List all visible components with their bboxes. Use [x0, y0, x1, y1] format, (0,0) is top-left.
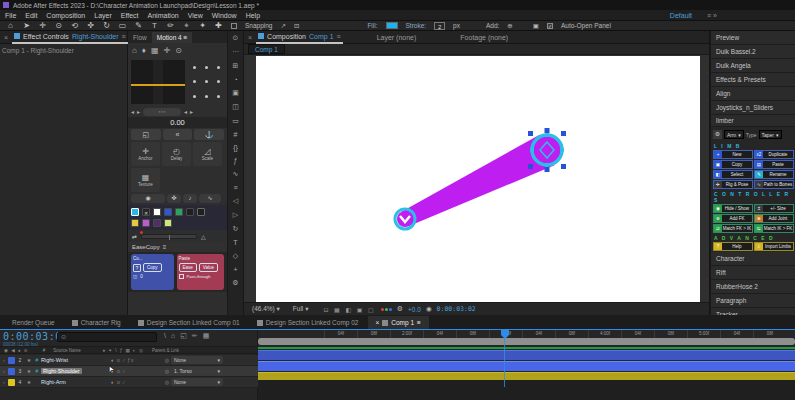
limb-select[interactable]: Arm▾ — [724, 130, 744, 139]
anchor-icon[interactable]: ♦ — [142, 46, 146, 55]
menu-item[interactable]: Layer — [94, 12, 112, 19]
layer-row-right-shoulder[interactable]: › 3 ★ # Right-Shoulder ➤ ♦ ⊙ ∕ ◎ 1. Tors… — [0, 366, 258, 377]
color-swatch[interactable] — [131, 208, 139, 216]
gear-icon[interactable]: ⚙ — [397, 305, 403, 313]
next-icon[interactable]: ▸ — [137, 108, 140, 115]
close-icon[interactable]: × — [4, 34, 8, 41]
viewer-tab-comp1[interactable]: Comp 1 — [248, 44, 285, 54]
layer-bar-right-arm[interactable] — [258, 372, 795, 380]
dock-panel-header[interactable]: Duik Bassel.2 — [711, 45, 795, 59]
strip-tool-icon[interactable]: + — [233, 266, 237, 273]
motionblur-icon[interactable]: ▦ — [203, 332, 210, 340]
layer-switches[interactable]: ♦ ⊙ ∕ ƒx — [111, 358, 163, 363]
limber-button[interactable]: ± +/- Size — [754, 204, 794, 213]
tab-render-queue[interactable]: Render Queue — [4, 316, 63, 329]
dock-panel-header[interactable]: RubberHose 2 — [711, 280, 795, 294]
dock-panel-header[interactable]: Paragraph — [711, 294, 795, 308]
brush-tool-icon[interactable]: ✏ — [166, 21, 175, 31]
selection-tool-icon[interactable]: ➤ — [22, 21, 31, 31]
curve-toggle-icon[interactable]: ∿ — [199, 194, 221, 203]
menu-item[interactable]: Composition — [46, 12, 85, 19]
dock-panel-header[interactable]: Joysticks_n_Sliders — [711, 101, 795, 115]
copy-options-box[interactable]: ? — [133, 264, 141, 272]
triangle-icon[interactable]: △ — [201, 233, 206, 240]
workspace-overflow-icon[interactable]: ≡ » — [707, 12, 717, 19]
shy-icon[interactable]: ◱ — [180, 332, 187, 340]
color-swatch[interactable]: ✕ — [142, 208, 150, 216]
strip-tool-icon[interactable]: ◔ — [233, 76, 237, 83]
pan-tool-icon[interactable]: ✜ — [86, 21, 95, 31]
copy-button[interactable]: Copy — [143, 263, 162, 272]
pin-icon[interactable]: ✛ — [164, 46, 171, 55]
motion-tool-button[interactable]: ✛ Anchor — [131, 142, 160, 166]
limber-button[interactable]: ▤ Paste — [754, 160, 794, 169]
dock-panel-header[interactable]: Duik Angela — [711, 59, 795, 73]
texture-button[interactable]: ▦ Texture — [131, 168, 160, 192]
work-area-bar[interactable] — [258, 347, 795, 349]
strip-tool-icon[interactable]: ◁ — [233, 197, 238, 205]
time-ruler[interactable]: 04f08f2:00f04f08f3:00f04f08f4:00f04f08f5… — [258, 330, 795, 338]
blend-icon[interactable]: ✏ — [192, 332, 198, 340]
grid-button-icon[interactable]: ▣ — [533, 22, 539, 30]
color-swatch[interactable] — [175, 208, 183, 216]
add-target-icon[interactable]: ⊕ — [507, 22, 512, 30]
layer-row-right-wrist[interactable]: › 2 ★ # Right-Wrist ♦ ⊙ ∕ ƒx ◎ None▾ — [0, 355, 258, 366]
dock-panel-header[interactable]: Align — [711, 87, 795, 101]
exposure-value[interactable]: +0.0 — [408, 306, 421, 313]
layer-bar-right-wrist[interactable] — [258, 350, 795, 360]
tab-character-rig[interactable]: Character Rig — [64, 316, 129, 329]
strip-tool-icon[interactable]: ▣ — [232, 89, 239, 97]
limber-button[interactable]: ∿ Path to Bones — [754, 180, 794, 189]
align-button[interactable]: ◱ — [131, 129, 161, 140]
menu-item[interactable]: Effect — [121, 12, 139, 19]
layer-switches[interactable]: ♦ ⊙ ∕ — [111, 369, 163, 374]
paste-value-button[interactable]: Value — [199, 263, 218, 272]
layer-switches[interactable]: ♦ ⊙ ∕ — [111, 380, 163, 385]
limber-button[interactable]: ▣ Copy — [713, 160, 753, 169]
color-swatch[interactable] — [142, 219, 150, 227]
trash-icon[interactable]: ◫ — [133, 274, 137, 279]
auto-open-checkbox[interactable]: ✓ — [547, 23, 553, 29]
limber-settings-icon[interactable]: ⚙ — [713, 130, 722, 139]
channel-icon[interactable] — [381, 308, 392, 311]
menu-item[interactable]: Window — [212, 12, 237, 19]
strip-tool-icon[interactable]: ◫ — [232, 103, 239, 111]
eye-toggle-icon[interactable]: ◉ — [131, 194, 165, 203]
strip-tool-icon[interactable]: ◇ — [233, 252, 238, 260]
grid-icon[interactable]: ▦ — [151, 46, 159, 55]
panel-menu-icon[interactable]: ≡ — [122, 33, 126, 40]
flowchart-icon[interactable]: \ — [164, 332, 166, 340]
motion-curve-editor[interactable] — [131, 60, 185, 104]
draft3d-icon[interactable]: ⌂ — [171, 332, 175, 340]
camera-icon[interactable]: ◉ — [426, 305, 432, 313]
shape-tool-icon[interactable]: ⌂ — [132, 46, 137, 55]
guide-icon[interactable]: ★ — [25, 368, 33, 374]
motion-tool-button[interactable]: ◿ Scale — [193, 142, 222, 166]
limber-button[interactable]: ⇄ Match FK > IK — [713, 224, 753, 233]
dock-panel-header[interactable]: Character — [711, 252, 795, 266]
close-icon[interactable]: × — [376, 319, 380, 326]
layer-color-chip[interactable] — [8, 357, 15, 364]
color-swatch[interactable] — [131, 219, 139, 227]
strip-tool-icon[interactable]: ⚙ — [232, 279, 238, 287]
menu-item[interactable]: Edit — [25, 12, 37, 19]
timeline-search-input[interactable]: ⊙ — [57, 332, 157, 342]
mode-pill[interactable]: ▫ ▫ ▫ — [143, 108, 181, 116]
menu-item[interactable]: Animation — [148, 12, 179, 19]
home-icon[interactable]: ⌂ — [6, 21, 15, 31]
snapping-checkbox[interactable] — [231, 23, 237, 29]
tab-comp1-active[interactable]: × Comp 1 ≡ — [368, 316, 429, 329]
strip-tool-icon[interactable]: ↻ — [233, 225, 239, 233]
prev-icon[interactable]: ◂ — [131, 108, 134, 115]
view-option-icons[interactable]: ⊡ ▦ ◧ ▣ ▢ — [323, 306, 375, 313]
orbit-tool-icon[interactable]: ⟲ — [70, 21, 79, 31]
strip-tool-icon[interactable]: {} — [233, 144, 238, 151]
limber-button[interactable]: ⊗ Add Joint — [754, 214, 794, 223]
clone-tool-icon[interactable]: ⌖ — [182, 21, 191, 31]
tab-composition[interactable]: Composition Comp 1 ≡ — [256, 31, 343, 44]
prev2-icon[interactable]: ◂ — [184, 108, 187, 115]
strip-tool-icon[interactable]: T — [233, 239, 237, 246]
panel-menu-icon[interactable]: ≡ — [417, 319, 421, 326]
strip-tool-icon[interactable]: ƒ — [234, 157, 238, 164]
bell-toggle-icon[interactable]: ♪ — [183, 194, 197, 203]
